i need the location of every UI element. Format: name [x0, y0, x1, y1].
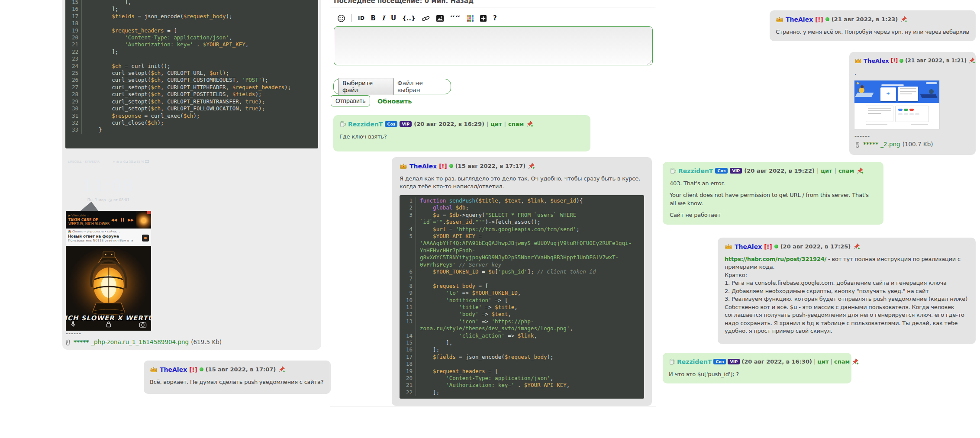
username-thealex[interactable]: TheAlex — [409, 163, 437, 170]
code-line: 12 'body' => $text, — [400, 311, 644, 318]
username-rezzident[interactable]: RezzidenT — [348, 121, 383, 128]
message-time: (20 авг 2022, в 19:22) — [744, 167, 815, 174]
line-number: 6 — [400, 268, 416, 275]
chevron-down-icon: ⌄ — [119, 230, 121, 233]
username-rezzident[interactable]: RezzidenT — [677, 358, 712, 365]
choose-file-button[interactable]: Выберите файл — [338, 78, 394, 95]
separator: | — [487, 121, 488, 127]
code-line: 18 — [65, 20, 318, 27]
refresh-link[interactable]: Обновить — [377, 98, 412, 105]
spam-link[interactable]: спам — [508, 121, 524, 127]
message-bubble: TheAlex [!] (15 авг 2022, в 17:17) Я дел… — [392, 157, 652, 406]
code-text: ], — [420, 339, 644, 346]
code-line: 31 $response = curl_exec($ch); — [65, 113, 318, 119]
paperclip-icon — [853, 140, 862, 149]
pin-icon[interactable] — [528, 162, 535, 170]
play-icon: ▶ — [68, 214, 71, 217]
quote-link[interactable]: цит — [821, 167, 832, 174]
code-text: 'click_action' => $link, — [420, 332, 644, 339]
username-thealex[interactable]: TheAlex — [160, 366, 187, 373]
message-text: Всё, воркает. Не думал сделать push увед… — [150, 378, 325, 386]
submit-button[interactable]: Отправить — [331, 95, 370, 106]
code-text: 'notification' => [ — [420, 297, 644, 304]
line-number: 18 — [65, 20, 82, 27]
pin-icon[interactable] — [851, 358, 859, 365]
attachment-filesize: (100.7 Kb) — [903, 141, 933, 148]
line-number: 21 — [400, 382, 416, 389]
code-line: 19 $request_headers = [ — [65, 27, 318, 34]
phone-status-icons: ∗ ◑ ⊘ G◢ 3G◢ 85 % — [113, 160, 144, 164]
alarm-icon — [108, 198, 112, 202]
reply-textarea[interactable] — [334, 26, 653, 65]
attached-phone-screenshot-lockscreen[interactable]: LIFECELL – KYIVSTAR ∗ ◑ ⊘ G◢ 3G◢ 85 % 11… — [66, 158, 151, 245]
code-line: 28 curl_setopt($ch, CURLOPT_POSTFIELDS, … — [65, 91, 318, 98]
italic-button[interactable]: I — [382, 15, 385, 22]
line-number: 25 — [65, 70, 82, 77]
attached-phone-screenshot-lantern[interactable]: NICH SLOWER X WERTUS — [66, 246, 151, 331]
code-text: } — [86, 126, 318, 133]
line-number: 14 — [400, 332, 416, 339]
image-icon[interactable] — [436, 15, 444, 22]
code-text: $request_headers = [ — [86, 27, 318, 34]
badge-vip: VIP — [728, 359, 740, 365]
attachment-filename[interactable]: _2.png — [880, 141, 900, 148]
help-button[interactable]: ? — [493, 15, 497, 22]
code-text — [420, 275, 644, 282]
attachment-stars: ***** — [74, 338, 89, 345]
spam-link[interactable]: спам — [834, 358, 850, 365]
quote-icon[interactable]: ”” — [450, 16, 461, 21]
username-thealex[interactable]: TheAlex — [786, 16, 813, 23]
chevron-down-icon: ⌄ — [87, 214, 89, 217]
code-text: curl_setopt($ch, CURLOPT_RETURNTRANSFER,… — [86, 98, 318, 105]
phone-clock: 11:08 — [66, 176, 151, 195]
username-rezzident[interactable]: RezzidenT — [678, 167, 713, 174]
username-thealex[interactable]: TheAlex — [735, 243, 762, 250]
warning-flag: [!] — [439, 163, 447, 170]
plus-icon[interactable] — [480, 15, 487, 22]
pin-icon[interactable] — [968, 57, 975, 64]
pin-icon[interactable] — [853, 243, 860, 250]
code-text: ]; — [420, 346, 644, 353]
warning-flag: [!] — [815, 16, 823, 23]
pin-icon[interactable] — [278, 366, 285, 373]
code-line: 1function sendPush($title, $text, $link,… — [400, 197, 644, 204]
notification-title: Новый ответ на форуме — [68, 234, 133, 238]
code-text: 'title' => $title, — [420, 304, 644, 311]
line-number: 15 — [65, 0, 82, 6]
pin-icon[interactable] — [900, 16, 907, 23]
code-text — [86, 20, 318, 27]
code-text: 'to' => $YOUR_TOKEN_ID, — [420, 290, 644, 296]
spam-link[interactable]: спам — [838, 167, 854, 174]
quote-link[interactable]: цит — [817, 358, 828, 365]
message-text: Сайт не работает — [670, 211, 877, 219]
separator: | — [835, 167, 836, 174]
id-button[interactable]: ID — [358, 16, 364, 21]
code-text: $url = 'https://fcm.googleapis.com/fcm/s… — [420, 226, 644, 233]
mug-icon — [670, 167, 676, 174]
pin-icon[interactable] — [856, 167, 864, 174]
underline-button[interactable]: U — [391, 15, 396, 22]
attached-firebase-screenshot[interactable] — [854, 81, 939, 129]
code-braces-button[interactable]: {..} — [402, 15, 416, 21]
username-thealex[interactable]: TheAlex — [864, 58, 889, 64]
quote-link[interactable]: цит — [490, 121, 502, 127]
line-number: 16 — [400, 346, 416, 353]
link-icon[interactable] — [422, 14, 430, 23]
palette-icon[interactable] — [467, 15, 474, 22]
pin-icon[interactable] — [526, 120, 533, 128]
pause-icon — [121, 218, 124, 222]
bold-button[interactable]: B — [371, 15, 375, 22]
line-number: 23 — [65, 55, 82, 62]
smiley-icon[interactable] — [337, 14, 345, 23]
attachment-filename[interactable]: _php-zona.ru_1_1614589904.png — [91, 338, 189, 345]
message-text: 403. That's an error. — [670, 180, 877, 187]
line-number: 16 — [65, 6, 82, 13]
line-number: 18 — [400, 361, 416, 367]
line-number: 19 — [400, 368, 416, 375]
habr-link[interactable]: https://habr.com/ru/post/321924/ — [725, 256, 826, 262]
online-dot — [200, 367, 203, 371]
line-number: 22 — [400, 389, 416, 396]
code-line: 13 'icon' => 'https://php-zona.ru/style/… — [400, 318, 644, 332]
message-text: Я делал как-то раз, выглядело это дело т… — [400, 175, 644, 191]
attachment-separator: ------ — [66, 331, 81, 337]
